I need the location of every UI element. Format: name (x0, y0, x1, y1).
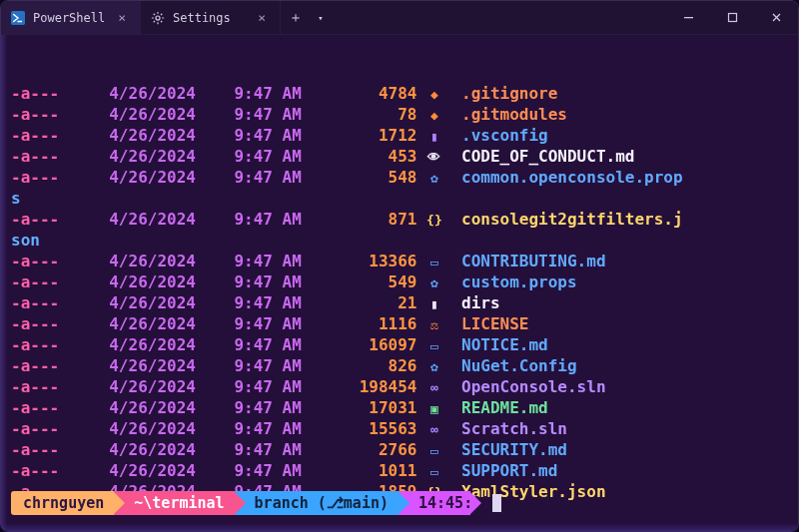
maximize-button[interactable] (710, 1, 754, 34)
size-col: 21 (302, 292, 417, 313)
time-col: 9:47 AM (225, 104, 302, 125)
file-type-icon: ∞ (426, 377, 442, 398)
close-tab-button[interactable]: × (254, 8, 270, 27)
mode-col: -a--- (11, 334, 71, 355)
minimize-button[interactable] (666, 1, 710, 34)
table-row: -a---4/26/20249:47 AM826✿NuGet.Config (11, 355, 788, 376)
size-col: 13366 (302, 251, 417, 271)
file-type-icon: ▮ (426, 126, 442, 147)
date-col: 4/26/2024 (100, 271, 196, 292)
date-col: 4/26/2024 (100, 397, 196, 418)
file-type-icon: ✿ (426, 356, 442, 377)
table-row: -a---4/26/20249:47 AM1116⚖LICENSE (11, 313, 788, 334)
size-col: 453 (302, 146, 417, 167)
file-type-icon: ◆ (426, 84, 442, 105)
file-name: .vsconfig (461, 125, 548, 146)
file-name: NuGet.Config (461, 355, 577, 376)
table-row: -a---4/26/20249:47 AM13366▭CONTRIBUTING.… (11, 251, 788, 271)
size-col: 1712 (302, 125, 417, 146)
date-col: 4/26/2024 (100, 460, 196, 481)
prompt-user-segment: chrnguyen (11, 491, 114, 515)
svg-rect-11 (728, 14, 736, 22)
tab-label: PowerShell (33, 11, 105, 25)
tab-settings[interactable]: Settings× (141, 1, 281, 34)
date-col: 4/26/2024 (100, 146, 196, 167)
date-col: 4/26/2024 (100, 376, 196, 397)
close-window-button[interactable] (754, 1, 798, 34)
table-row: -a---4/26/20249:47 AM453👁CODE_OF_CONDUCT… (11, 146, 788, 167)
table-row: -a---4/26/20249:47 AM549✿custom.props (11, 271, 788, 292)
mode-col: -a--- (11, 167, 71, 188)
size-col: 549 (302, 271, 417, 292)
time-col: 9:47 AM (225, 209, 302, 230)
mode-col: -a--- (11, 418, 71, 439)
file-name: consolegit2gitfilters.j (461, 209, 683, 230)
table-row: -a---4/26/20249:47 AM16097▭NOTICE.md (11, 334, 788, 355)
file-name: Scratch.sln (461, 418, 567, 439)
time-col: 9:47 AM (225, 355, 302, 376)
file-name: CODE_OF_CONDUCT.md (461, 146, 634, 167)
table-row: -a---4/26/20249:47 AM21▮dirs (11, 292, 788, 313)
date-col: 4/26/2024 (100, 83, 196, 104)
time-col: 9:47 AM (225, 292, 302, 313)
titlebar: PowerShell×Settings× ＋ ▾ (1, 1, 798, 35)
time-col: 9:47 AM (225, 125, 302, 146)
file-name: common.openconsole.prop (461, 167, 683, 188)
date-col: 4/26/2024 (100, 251, 196, 271)
size-col: 871 (302, 209, 417, 230)
mode-col: -a--- (11, 104, 71, 125)
time-col: 9:47 AM (225, 439, 302, 460)
time-col: 9:47 AM (225, 271, 302, 292)
date-col: 4/26/2024 (100, 167, 196, 188)
date-col: 4/26/2024 (100, 292, 196, 313)
terminal-surface[interactable]: -a---4/26/20249:47 AM4784◆.gitignore-a--… (1, 35, 798, 531)
table-row: -a---4/26/20249:47 AM15563∞Scratch.sln (11, 418, 788, 439)
close-tab-button[interactable]: × (114, 8, 130, 27)
table-row: -a---4/26/20249:47 AM871{}consolegit2git… (11, 209, 788, 230)
file-listing: -a---4/26/20249:47 AM4784◆.gitignore-a--… (11, 83, 788, 502)
cursor-block (492, 494, 501, 512)
table-row: -a---4/26/20249:47 AM548✿common.opencons… (11, 167, 788, 188)
size-col: 198454 (302, 376, 417, 397)
mode-col: -a--- (11, 292, 71, 313)
table-row: -a---4/26/20249:47 AM2766▭SECURITY.md (11, 439, 788, 460)
file-type-icon: ∞ (426, 419, 442, 440)
size-col: 17031 (302, 397, 417, 418)
file-type-icon: ◆ (426, 105, 442, 126)
table-row: -a---4/26/20249:47 AM198454∞OpenConsole.… (11, 376, 788, 397)
date-col: 4/26/2024 (100, 334, 196, 355)
file-type-icon: ⚖ (426, 314, 442, 335)
svg-rect-10 (684, 17, 693, 18)
table-row: -a---4/26/20249:47 AM17031▣README.md (11, 397, 788, 418)
wrapped-filename-continuation: son (11, 230, 788, 251)
tab-dropdown-button[interactable]: ▾ (311, 1, 331, 34)
svg-line-8 (161, 13, 162, 14)
date-col: 4/26/2024 (100, 313, 196, 334)
mode-col: -a--- (11, 460, 71, 481)
table-row: -a---4/26/20249:47 AM1712▮.vsconfig (11, 125, 788, 146)
tab-powershell[interactable]: PowerShell× (1, 1, 141, 34)
file-type-icon: ▭ (426, 461, 442, 482)
time-col: 9:47 AM (225, 418, 302, 439)
mode-col: -a--- (11, 271, 71, 292)
new-tab-button[interactable]: ＋ (281, 1, 311, 34)
date-col: 4/26/2024 (100, 439, 196, 460)
mode-col: -a--- (11, 355, 71, 376)
file-type-icon: 👁 (426, 147, 442, 168)
file-name: custom.props (461, 271, 577, 292)
mode-col: -a--- (11, 376, 71, 397)
mode-col: -a--- (11, 125, 71, 146)
size-col: 1116 (302, 313, 417, 334)
prompt-path-segment: ~\terminal (114, 491, 234, 515)
file-name: NOTICE.md (461, 334, 548, 355)
file-name: CONTRIBUTING.md (461, 251, 606, 271)
mode-col: -a--- (11, 83, 71, 104)
time-col: 9:47 AM (225, 167, 302, 188)
powershell-icon (11, 11, 25, 25)
table-row: -a---4/26/20249:47 AM1011▭SUPPORT.md (11, 460, 788, 481)
table-row: -a---4/26/20249:47 AM4784◆.gitignore (11, 83, 788, 104)
wrapped-filename-continuation: s (11, 188, 788, 209)
file-name: OpenConsole.sln (461, 376, 606, 397)
size-col: 16097 (302, 334, 417, 355)
file-type-icon: {} (426, 210, 442, 231)
